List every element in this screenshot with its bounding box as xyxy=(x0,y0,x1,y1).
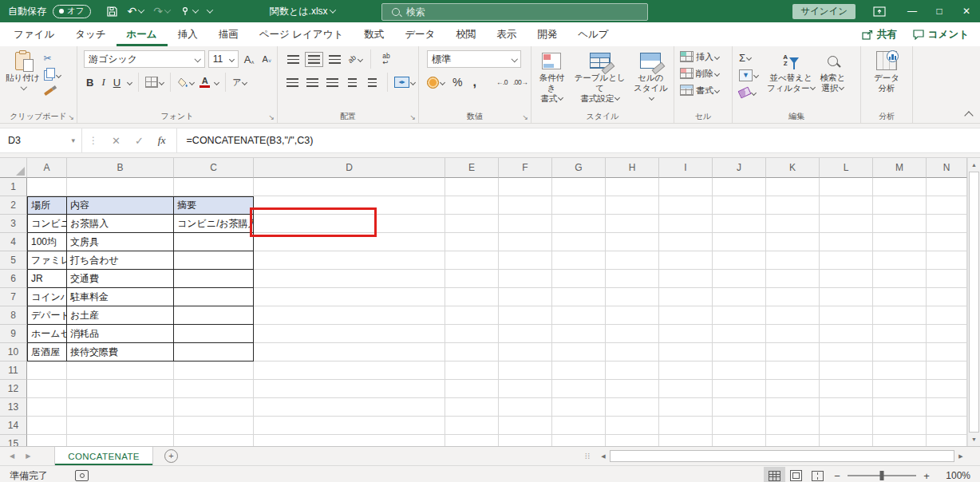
cell-B5[interactable]: 打ち合わせ xyxy=(67,251,174,270)
cell-J3[interactable] xyxy=(713,215,766,233)
cell-I14[interactable] xyxy=(659,417,713,435)
cell-C8[interactable] xyxy=(174,306,254,325)
cell-M4[interactable] xyxy=(873,233,927,251)
cell-E1[interactable] xyxy=(445,178,499,196)
cell-B1[interactable] xyxy=(67,178,174,196)
underline-button[interactable]: U xyxy=(111,77,123,89)
cell-F14[interactable] xyxy=(499,417,552,435)
cell-D15[interactable] xyxy=(254,435,445,446)
scrollbar-split-handle[interactable]: ⁞⁞ xyxy=(585,452,591,460)
cell-D3[interactable] xyxy=(254,215,445,233)
cell-H1[interactable] xyxy=(606,178,659,196)
cell-H14[interactable] xyxy=(606,417,659,435)
cell-E3[interactable] xyxy=(445,215,499,233)
column-header-E[interactable]: E xyxy=(445,158,499,178)
name-box[interactable]: D3 ▾ xyxy=(0,128,82,152)
cell-N2[interactable] xyxy=(927,196,967,215)
cell-L3[interactable] xyxy=(820,215,873,233)
select-all-corner[interactable] xyxy=(0,158,27,178)
cell-M15[interactable] xyxy=(873,435,927,446)
row-header-15[interactable]: 15 xyxy=(0,435,27,446)
column-header-B[interactable]: B xyxy=(67,158,174,178)
cell-L13[interactable] xyxy=(820,398,873,417)
cell-H2[interactable] xyxy=(606,196,659,215)
column-header-N[interactable]: N xyxy=(927,158,967,178)
cell-L1[interactable] xyxy=(820,178,873,196)
number-format-select[interactable]: 標準 xyxy=(427,50,521,68)
ribbon-tab-描画[interactable]: 描画 xyxy=(208,22,249,46)
row-header-12[interactable]: 12 xyxy=(0,380,27,398)
cell-C15[interactable] xyxy=(174,435,254,446)
cell-M11[interactable] xyxy=(873,362,927,380)
phonetic-guide-button[interactable]: ア xyxy=(232,77,247,89)
cell-N12[interactable] xyxy=(927,380,967,398)
cut-button[interactable]: ✂ xyxy=(44,51,61,65)
normal-view-button[interactable] xyxy=(764,467,785,482)
cell-L10[interactable] xyxy=(820,343,873,362)
cell-K8[interactable] xyxy=(766,306,820,325)
ribbon-tab-数式[interactable]: 数式 xyxy=(354,22,394,46)
fill-color-button[interactable] xyxy=(177,77,194,88)
row-header-7[interactable]: 7 xyxy=(0,288,27,306)
cell-D2[interactable] xyxy=(254,196,445,215)
decrease-font-button[interactable]: A˅ xyxy=(260,54,274,64)
cell-N1[interactable] xyxy=(927,178,967,196)
font-size-select[interactable]: 11 xyxy=(208,50,239,68)
cell-N3[interactable] xyxy=(927,215,967,233)
column-header-J[interactable]: J xyxy=(713,158,766,178)
cell-I1[interactable] xyxy=(659,178,713,196)
decrease-decimal-button[interactable]: .00→ xyxy=(513,78,528,86)
column-header-D[interactable]: D xyxy=(254,158,445,178)
share-button[interactable]: 共有 xyxy=(862,28,897,41)
cell-D5[interactable] xyxy=(254,251,445,270)
cell-A5[interactable]: ファミレス xyxy=(27,251,67,270)
font-name-select[interactable]: 游ゴシック xyxy=(84,50,205,68)
formula-input[interactable]: =CONCATENATE(B3,"/",C3) xyxy=(180,135,314,146)
cell-I3[interactable] xyxy=(659,215,713,233)
row-header-2[interactable]: 2 xyxy=(0,196,27,215)
cell-K3[interactable] xyxy=(766,215,820,233)
comment-button[interactable]: コメント xyxy=(913,28,969,41)
row-header-5[interactable]: 5 xyxy=(0,251,27,270)
ribbon-tab-表示[interactable]: 表示 xyxy=(486,22,527,46)
cell-C12[interactable] xyxy=(174,380,254,398)
orientation-button[interactable]: ab xyxy=(346,51,364,67)
cell-B10[interactable]: 接待交際費 xyxy=(67,343,174,362)
cell-J4[interactable] xyxy=(713,233,766,251)
cell-M9[interactable] xyxy=(873,325,927,343)
cell-N7[interactable] xyxy=(927,288,967,306)
cell-B6[interactable]: 交通費 xyxy=(67,270,174,288)
cell-E9[interactable] xyxy=(445,325,499,343)
column-header-G[interactable]: G xyxy=(552,158,606,178)
cell-J7[interactable] xyxy=(713,288,766,306)
font-color-button[interactable]: A xyxy=(200,77,210,88)
insert-cells-button[interactable]: 挿入 xyxy=(680,49,729,64)
cell-D6[interactable] xyxy=(254,270,445,288)
cell-D13[interactable] xyxy=(254,398,445,417)
cell-F9[interactable] xyxy=(499,325,552,343)
row-header-3[interactable]: 3 xyxy=(0,215,27,233)
cell-F7[interactable] xyxy=(499,288,552,306)
cell-F2[interactable] xyxy=(499,196,552,215)
cell-L5[interactable] xyxy=(820,251,873,270)
cell-B3[interactable]: お茶購入 xyxy=(67,215,174,233)
page-break-view-button[interactable] xyxy=(807,467,828,482)
cell-L12[interactable] xyxy=(820,380,873,398)
conditional-formatting-button[interactable]: 条件付き 書式 xyxy=(535,49,568,109)
cell-C5[interactable] xyxy=(174,251,254,270)
cell-K1[interactable] xyxy=(766,178,820,196)
cell-H9[interactable] xyxy=(606,325,659,343)
cell-K9[interactable] xyxy=(766,325,820,343)
cell-E10[interactable] xyxy=(445,343,499,362)
cell-A1[interactable] xyxy=(27,178,67,196)
borders-button[interactable] xyxy=(145,77,164,88)
cell-B2[interactable]: 内容 xyxy=(67,196,174,215)
wrap-text-button[interactable]: ab↩ xyxy=(377,51,395,67)
cell-B12[interactable] xyxy=(67,380,174,398)
cell-H3[interactable] xyxy=(606,215,659,233)
cell-A15[interactable] xyxy=(27,435,67,446)
row-header-13[interactable]: 13 xyxy=(0,398,27,417)
cell-I7[interactable] xyxy=(659,288,713,306)
cell-J9[interactable] xyxy=(713,325,766,343)
touch-mode-button[interactable] xyxy=(176,2,202,20)
